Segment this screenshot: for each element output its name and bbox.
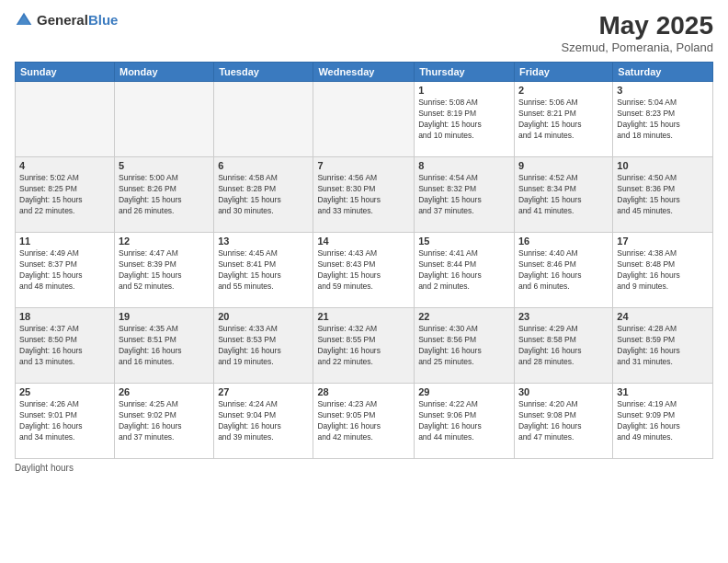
calendar-cell [16,82,115,157]
day-number: 9 [518,160,609,171]
day-info: Sunrise: 5:06 AM Sunset: 8:21 PM Dayligh… [518,98,609,142]
day-info: Sunrise: 4:35 AM Sunset: 8:51 PM Dayligh… [119,324,210,368]
day-info: Sunrise: 4:40 AM Sunset: 8:46 PM Dayligh… [518,248,609,293]
calendar-cell: 18Sunrise: 4:37 AM Sunset: 8:50 PM Dayli… [16,308,115,384]
calendar-cell: 10Sunrise: 4:50 AM Sunset: 8:36 PM Dayli… [613,157,713,233]
calendar-cell: 24Sunrise: 4:28 AM Sunset: 8:59 PM Dayli… [613,308,713,384]
subtitle: Szemud, Pomerania, Poland [562,40,713,54]
day-number: 1 [418,85,510,96]
day-info: Sunrise: 4:38 AM Sunset: 8:48 PM Dayligh… [617,248,709,293]
calendar: SundayMondayTuesdayWednesdayThursdayFrid… [15,62,713,459]
day-number: 10 [617,160,709,171]
weekday-header: Thursday [415,63,515,82]
day-info: Sunrise: 4:28 AM Sunset: 8:59 PM Dayligh… [617,324,709,368]
day-info: Sunrise: 4:24 AM Sunset: 9:04 PM Dayligh… [218,399,309,443]
title-block: May 2025 Szemud, Pomerania, Poland [562,11,713,54]
day-number: 2 [518,85,609,96]
calendar-cell: 30Sunrise: 4:20 AM Sunset: 9:08 PM Dayli… [514,384,612,459]
calendar-cell: 19Sunrise: 4:35 AM Sunset: 8:51 PM Dayli… [114,308,213,384]
calendar-cell: 7Sunrise: 4:56 AM Sunset: 8:30 PM Daylig… [313,157,415,233]
calendar-cell: 17Sunrise: 4:38 AM Sunset: 8:48 PM Dayli… [613,233,713,308]
day-info: Sunrise: 4:45 AM Sunset: 8:41 PM Dayligh… [218,248,309,293]
calendar-cell: 23Sunrise: 4:29 AM Sunset: 8:58 PM Dayli… [514,308,612,384]
day-number: 12 [119,236,210,247]
calendar-cell: 8Sunrise: 4:54 AM Sunset: 8:32 PM Daylig… [415,157,515,233]
calendar-cell: 13Sunrise: 4:45 AM Sunset: 8:41 PM Dayli… [214,233,313,308]
calendar-cell: 3Sunrise: 5:04 AM Sunset: 8:23 PM Daylig… [613,82,713,157]
calendar-week-row: 18Sunrise: 4:37 AM Sunset: 8:50 PM Dayli… [16,308,713,384]
day-info: Sunrise: 5:00 AM Sunset: 8:26 PM Dayligh… [119,173,210,217]
day-info: Sunrise: 4:56 AM Sunset: 8:30 PM Dayligh… [317,173,410,217]
day-info: Sunrise: 4:23 AM Sunset: 9:05 PM Dayligh… [317,399,410,443]
calendar-cell: 4Sunrise: 5:02 AM Sunset: 8:25 PM Daylig… [16,157,115,233]
day-info: Sunrise: 4:43 AM Sunset: 8:43 PM Dayligh… [317,248,410,293]
day-number: 25 [19,386,110,397]
header: GeneralBlue May 2025 Szemud, Pomerania, … [15,11,713,54]
day-info: Sunrise: 4:26 AM Sunset: 9:01 PM Dayligh… [19,399,110,443]
day-number: 28 [317,386,410,397]
weekday-header: Saturday [613,63,713,82]
logo-icon [15,11,33,29]
day-number: 24 [617,311,709,322]
day-number: 26 [119,386,210,397]
calendar-cell: 27Sunrise: 4:24 AM Sunset: 9:04 PM Dayli… [214,384,313,459]
calendar-cell: 16Sunrise: 4:40 AM Sunset: 8:46 PM Dayli… [514,233,612,308]
calendar-week-row: 1Sunrise: 5:08 AM Sunset: 8:19 PM Daylig… [16,82,713,157]
calendar-cell: 14Sunrise: 4:43 AM Sunset: 8:43 PM Dayli… [313,233,415,308]
day-info: Sunrise: 4:37 AM Sunset: 8:50 PM Dayligh… [19,324,110,368]
calendar-cell [214,82,313,157]
calendar-cell: 15Sunrise: 4:41 AM Sunset: 8:44 PM Dayli… [415,233,515,308]
day-number: 6 [218,160,309,171]
day-info: Sunrise: 4:20 AM Sunset: 9:08 PM Dayligh… [518,399,609,443]
day-number: 23 [518,311,609,322]
weekday-header: Sunday [16,63,115,82]
day-number: 13 [218,236,309,247]
calendar-cell: 22Sunrise: 4:30 AM Sunset: 8:56 PM Dayli… [415,308,515,384]
day-number: 18 [19,311,110,322]
day-info: Sunrise: 5:08 AM Sunset: 8:19 PM Dayligh… [418,98,510,142]
logo: GeneralBlue [15,11,118,29]
day-number: 3 [617,85,709,96]
weekday-header: Tuesday [214,63,313,82]
calendar-cell: 25Sunrise: 4:26 AM Sunset: 9:01 PM Dayli… [16,384,115,459]
day-number: 5 [119,160,210,171]
weekday-header: Monday [114,63,213,82]
calendar-cell: 12Sunrise: 4:47 AM Sunset: 8:39 PM Dayli… [114,233,213,308]
calendar-cell: 20Sunrise: 4:33 AM Sunset: 8:53 PM Dayli… [214,308,313,384]
day-number: 22 [418,311,510,322]
logo-general: GeneralBlue [37,12,118,29]
calendar-cell: 9Sunrise: 4:52 AM Sunset: 8:34 PM Daylig… [514,157,612,233]
day-number: 31 [617,386,709,397]
calendar-cell: 5Sunrise: 5:00 AM Sunset: 8:26 PM Daylig… [114,157,213,233]
day-info: Sunrise: 4:33 AM Sunset: 8:53 PM Dayligh… [218,324,309,368]
day-info: Sunrise: 4:29 AM Sunset: 8:58 PM Dayligh… [518,324,609,368]
calendar-cell: 29Sunrise: 4:22 AM Sunset: 9:06 PM Dayli… [415,384,515,459]
calendar-cell: 31Sunrise: 4:19 AM Sunset: 9:09 PM Dayli… [613,384,713,459]
calendar-cell: 21Sunrise: 4:32 AM Sunset: 8:55 PM Dayli… [313,308,415,384]
day-number: 27 [218,386,309,397]
calendar-cell: 28Sunrise: 4:23 AM Sunset: 9:05 PM Dayli… [313,384,415,459]
day-number: 21 [317,311,410,322]
day-number: 16 [518,236,609,247]
calendar-week-row: 4Sunrise: 5:02 AM Sunset: 8:25 PM Daylig… [16,157,713,233]
day-info: Sunrise: 4:52 AM Sunset: 8:34 PM Dayligh… [518,173,609,217]
weekday-header-row: SundayMondayTuesdayWednesdayThursdayFrid… [16,63,713,82]
day-info: Sunrise: 4:30 AM Sunset: 8:56 PM Dayligh… [418,324,510,368]
day-info: Sunrise: 4:41 AM Sunset: 8:44 PM Dayligh… [418,248,510,293]
day-info: Sunrise: 4:32 AM Sunset: 8:55 PM Dayligh… [317,324,410,368]
day-info: Sunrise: 5:02 AM Sunset: 8:25 PM Dayligh… [19,173,110,217]
calendar-cell: 26Sunrise: 4:25 AM Sunset: 9:02 PM Dayli… [114,384,213,459]
calendar-cell: 2Sunrise: 5:06 AM Sunset: 8:21 PM Daylig… [514,82,612,157]
day-info: Sunrise: 4:19 AM Sunset: 9:09 PM Dayligh… [617,399,709,443]
page: GeneralBlue May 2025 Szemud, Pomerania, … [0,0,728,563]
calendar-cell: 1Sunrise: 5:08 AM Sunset: 8:19 PM Daylig… [415,82,515,157]
day-number: 4 [19,160,110,171]
day-number: 14 [317,236,410,247]
day-number: 7 [317,160,410,171]
weekday-header: Friday [514,63,612,82]
day-info: Sunrise: 4:49 AM Sunset: 8:37 PM Dayligh… [19,248,110,293]
day-info: Sunrise: 5:04 AM Sunset: 8:23 PM Dayligh… [617,98,709,142]
calendar-week-row: 25Sunrise: 4:26 AM Sunset: 9:01 PM Dayli… [16,384,713,459]
day-number: 19 [119,311,210,322]
day-number: 17 [617,236,709,247]
